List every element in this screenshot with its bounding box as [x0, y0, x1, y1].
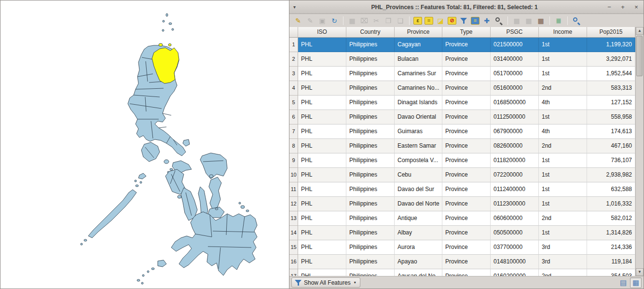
cell-iso[interactable]: PHL	[298, 211, 346, 226]
show-all-features-button[interactable]: Show All Features ▾	[291, 277, 360, 288]
cell-type[interactable]: Province	[442, 110, 491, 124]
cell-psgc[interactable]: 021500000	[491, 38, 539, 52]
cell-iso[interactable]: PHL	[298, 96, 346, 110]
maximize-button[interactable]: +	[619, 3, 626, 11]
cell-pop2015[interactable]: 1,314,826	[587, 226, 635, 240]
samar-island[interactable]	[200, 153, 227, 179]
cell-income[interactable]: 1st	[539, 226, 587, 240]
mindoro-island[interactable]	[141, 142, 160, 162]
table-row-17[interactable]: 17PHLPhilippinesAgusan del No...Province…	[289, 269, 635, 276]
table-row-3[interactable]: 3PHLPhilippinesCamarines SurProvince0517…	[289, 67, 635, 81]
cell-type[interactable]: Province	[442, 182, 491, 197]
cell-income[interactable]: 1st	[539, 38, 587, 52]
reload-icon[interactable]: ↻	[329, 16, 339, 26]
map-canvas[interactable]	[0, 0, 289, 289]
field-calculator-icon[interactable]: ▦	[536, 16, 546, 26]
table-row-6[interactable]: 6PHLPhilippinesDavao OrientalProvince011…	[289, 110, 635, 124]
cell-province[interactable]: Compostela V...	[395, 153, 442, 168]
cell-country[interactable]: Philippines	[346, 211, 395, 226]
cell-province[interactable]: Albay	[395, 226, 442, 240]
cell-pop2015[interactable]: 2,938,982	[587, 168, 635, 182]
cell-income[interactable]: 1st	[539, 110, 587, 124]
cell-province[interactable]: Camarines Sur	[395, 67, 442, 81]
cell-country[interactable]: Philippines	[346, 110, 395, 124]
cell-income[interactable]: 1st	[539, 197, 587, 211]
cell-psgc[interactable]: 072200000	[491, 168, 539, 182]
table-row-4[interactable]: 4PHLPhilippinesCamarines No...Province05…	[289, 81, 635, 96]
cell-psgc[interactable]: 060600000	[491, 211, 539, 226]
cell-income[interactable]: 1st	[539, 67, 587, 81]
cell-iso[interactable]: PHL	[298, 110, 346, 124]
row-number[interactable]: 7	[289, 124, 298, 139]
mindanao-island[interactable]	[171, 212, 257, 275]
cell-country[interactable]: Philippines	[346, 168, 395, 182]
row-number[interactable]: 9	[289, 153, 298, 168]
column-header-country[interactable]: Country	[346, 27, 395, 38]
scroll-up-button[interactable]: ▲	[636, 27, 644, 35]
cell-pop2015[interactable]: 119,184	[587, 255, 635, 269]
babuyan-island-yellow-2[interactable]	[168, 44, 171, 46]
babuyan-island-yellow[interactable]	[159, 43, 163, 46]
table-row-2[interactable]: 2PHLPhilippinesBulacanProvince0314000001…	[289, 52, 635, 67]
cell-iso[interactable]: PHL	[298, 240, 346, 255]
form-view-button[interactable]: ▤	[617, 277, 629, 288]
row-number[interactable]: 4	[289, 81, 298, 96]
cell-province[interactable]: Eastern Samar	[395, 139, 442, 153]
catanduanes-island[interactable]	[183, 139, 190, 146]
table-row-10[interactable]: 10PHLPhilippinesCebuProvince0722000001st…	[289, 168, 635, 182]
row-number[interactable]: 10	[289, 168, 298, 182]
cell-iso[interactable]: PHL	[298, 38, 346, 52]
cell-income[interactable]: 4th	[539, 96, 587, 110]
row-number[interactable]: 13	[289, 211, 298, 226]
column-header-psgc[interactable]: PSGC	[491, 27, 539, 38]
cell-psgc[interactable]: 067900000	[491, 124, 539, 139]
scrollbar-track[interactable]	[636, 35, 644, 268]
conditional-formatting-icon[interactable]: ≣	[554, 16, 563, 26]
cell-psgc[interactable]: 051700000	[491, 67, 539, 81]
move-selection-to-top-icon[interactable]: ≡	[471, 17, 480, 25]
cell-iso[interactable]: PHL	[298, 67, 346, 81]
table-row-11[interactable]: 11PHLPhilippinesDavao del SurProvince011…	[289, 182, 635, 197]
cell-iso[interactable]: PHL	[298, 226, 346, 240]
cell-pop2015[interactable]: 354,503	[587, 269, 635, 276]
basilan-island[interactable]	[158, 260, 166, 267]
cell-income[interactable]: 2nd	[539, 269, 587, 276]
cell-income[interactable]: 2nd	[539, 139, 587, 153]
cell-type[interactable]: Province	[442, 211, 491, 226]
cell-country[interactable]: Philippines	[346, 197, 395, 211]
table-search-icon[interactable]	[572, 16, 581, 26]
cell-province[interactable]: Davao Oriental	[395, 110, 442, 124]
guimaras-island[interactable]	[178, 195, 181, 198]
deselect-all-icon[interactable]: ⊘	[448, 17, 456, 25]
cell-income[interactable]: 3rd	[539, 240, 587, 255]
cell-type[interactable]: Province	[442, 168, 491, 182]
table-row-5[interactable]: 5PHLPhilippinesDinagat IslandsProvince01…	[289, 96, 635, 110]
cell-psgc[interactable]: 050500000	[491, 226, 539, 240]
cell-psgc[interactable]: 0112300000	[491, 197, 539, 211]
row-number[interactable]: 1	[289, 38, 298, 52]
philippines-map[interactable]	[0, 0, 289, 289]
cell-province[interactable]: Guimaras	[395, 124, 442, 139]
table-row-12[interactable]: 12PHLPhilippinesDavao del NorteProvince0…	[289, 197, 635, 211]
cell-pop2015[interactable]: 1,016,332	[587, 197, 635, 211]
cell-type[interactable]: Province	[442, 153, 491, 168]
cell-province[interactable]: Cagayan	[395, 38, 442, 52]
cell-country[interactable]: Philippines	[346, 67, 395, 81]
cell-province[interactable]: Camarines No...	[395, 81, 442, 96]
scroll-down-button[interactable]: ▼	[636, 268, 644, 276]
cell-income[interactable]: 1st	[539, 153, 587, 168]
select-all-icon[interactable]: ≡	[425, 17, 433, 25]
cell-psgc[interactable]: 0168500000	[491, 96, 539, 110]
cell-psgc[interactable]: 037700000	[491, 240, 539, 255]
table-row-16[interactable]: 16PHLPhilippinesApayaoProvince0148100000…	[289, 255, 635, 269]
cell-income[interactable]: 2nd	[539, 211, 587, 226]
cell-province[interactable]: Cebu	[395, 168, 442, 182]
cell-country[interactable]: Philippines	[346, 240, 395, 255]
window-menu-icon[interactable]: ▾	[293, 4, 303, 10]
cell-type[interactable]: Province	[442, 38, 491, 52]
cell-type[interactable]: Province	[442, 269, 491, 276]
cell-iso[interactable]: PHL	[298, 153, 346, 168]
cell-pop2015[interactable]: 1,952,544	[587, 67, 635, 81]
row-number[interactable]: 14	[289, 226, 298, 240]
cell-iso[interactable]: PHL	[298, 124, 346, 139]
